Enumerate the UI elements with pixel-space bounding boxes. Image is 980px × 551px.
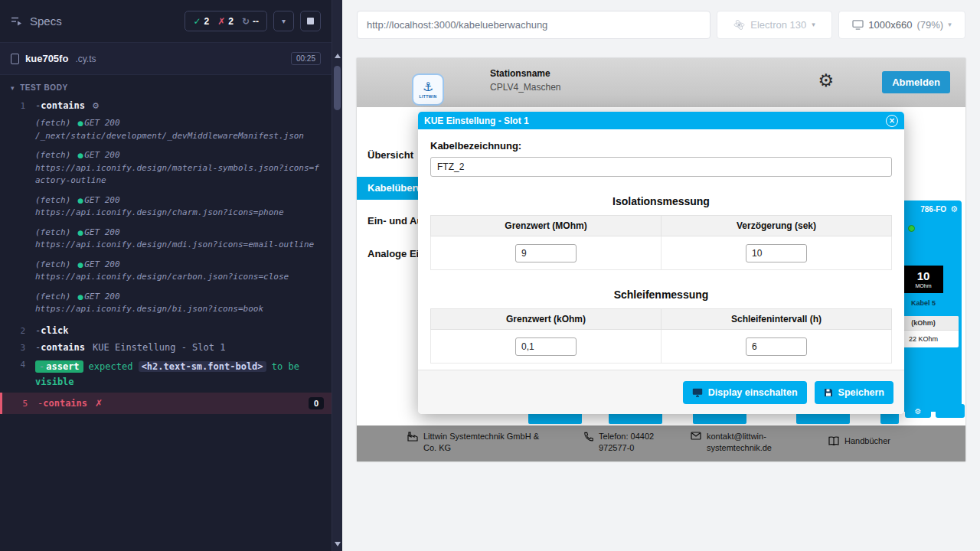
status-dot-icon: ●	[77, 293, 83, 301]
dialog-title: KUE Einstellung - Slot 1	[424, 116, 529, 126]
slot-card-gear-chip[interactable]: ⚙	[905, 404, 931, 418]
stat-failed: ✗2	[217, 16, 234, 27]
isolation-limit-input[interactable]	[515, 244, 577, 262]
cypress-runner-window: Specs ✓2 ✗2 ↻-- ▾ kue705fo .cy.ts 00:25 …	[0, 0, 980, 551]
email-text: kontakt@littwin-systemtechnik.de	[707, 431, 776, 455]
runner-controls: ✓2 ✗2 ↻-- ▾	[185, 11, 321, 31]
settings-gear-icon[interactable]: ⚙	[818, 70, 834, 90]
loop-interval-input[interactable]	[746, 337, 807, 356]
status-dot-icon: ●	[77, 229, 83, 236]
spec-timer: 00:25	[291, 52, 321, 65]
fetch-status: GET 200	[84, 150, 119, 160]
specs-button[interactable]: Specs	[11, 15, 62, 28]
fetch-log: (fetch)●GET 200 https://api.iconify.desi…	[35, 259, 321, 284]
fetch-prefix: (fetch)	[35, 195, 70, 205]
fetch-prefix: (fetch)	[35, 118, 70, 128]
url-input[interactable]	[367, 19, 701, 31]
station-name: CPLV4_Maschen	[490, 82, 561, 93]
scroll-down-arrow-icon[interactable]	[335, 542, 341, 546]
assert-expected: expected	[89, 361, 133, 372]
fetch-url: https://api.iconify.design/charm.json?ic…	[35, 207, 321, 220]
check-icon: ✓	[193, 16, 201, 27]
footer-company: Littwin Systemtechnik GmbH & Co. KG	[407, 431, 541, 455]
command-name: contains	[35, 342, 85, 353]
logo-text: LITTWIN	[419, 94, 436, 99]
fetch-log: (fetch)●GET 200 https://api.iconify.desi…	[35, 149, 321, 187]
browser-selector[interactable]: Electron 130 ▾	[717, 11, 832, 39]
save-button[interactable]: Speichern	[815, 381, 893, 404]
command-row-contains-1[interactable]: 1 contains⚙ (fetch)●GET 200 /_next/stati…	[0, 97, 332, 322]
retry-count-badge: 0	[309, 397, 324, 409]
logout-button[interactable]: Abmelden	[882, 71, 950, 93]
kue-settings-dialog: KUE Einstellung - Slot 1 × Kabelbezeichn…	[418, 112, 904, 414]
command-line-number: 3	[0, 342, 35, 353]
fetch-prefix: (fetch)	[35, 292, 70, 302]
cable-name-input[interactable]	[430, 157, 892, 177]
url-bar[interactable]	[357, 11, 710, 39]
display-unit: MOhm	[916, 283, 932, 289]
isolation-section-title: Isolationsmessung	[430, 195, 892, 207]
command-line-number: 5	[2, 398, 38, 409]
stop-button[interactable]	[300, 11, 321, 31]
fetch-url: https://api.iconify.design/mdi.json?icon…	[35, 239, 321, 252]
scroll-up-arrow-icon[interactable]	[335, 54, 341, 58]
footer-phone: Telefon: 04402 972577-0	[583, 431, 683, 455]
station-info: Stationsname CPLV4_Maschen	[490, 68, 561, 93]
fetch-status: GET 200	[84, 292, 119, 302]
factory-icon	[407, 432, 418, 442]
fetch-log: (fetch)●GET 200 https://api.iconify.desi…	[35, 227, 321, 252]
spec-file-row[interactable]: kue705fo .cy.ts 00:25	[0, 43, 332, 75]
stat-pending: ↻--	[242, 16, 259, 27]
footer-email[interactable]: kontakt@littwin-systemtechnik.de	[691, 431, 776, 455]
specs-list-icon	[11, 16, 23, 27]
command-row-assert[interactable]: 4 assertexpected <h2.text-sm.font-bold> …	[0, 356, 332, 393]
fetch-log: (fetch)●GET 200 https://api.iconify.desi…	[35, 291, 321, 316]
command-name: contains	[35, 100, 85, 111]
test-stats[interactable]: ✓2 ✗2 ↻--	[185, 11, 267, 31]
gear-icon[interactable]: ⚙	[950, 204, 958, 214]
loop-table: Grenzwert (kOhm) Schleifenintervall (h)	[430, 308, 892, 364]
dialog-header[interactable]: KUE Einstellung - Slot 1 ×	[418, 112, 904, 129]
scrollbar-thumb[interactable]	[334, 66, 341, 110]
email-icon	[691, 432, 701, 440]
loop-limit-input[interactable]	[515, 337, 577, 356]
failed-count: 2	[228, 16, 234, 27]
display-on-button[interactable]: Display einschalten	[683, 381, 807, 404]
isolation-delay-input[interactable]	[746, 244, 807, 262]
collapse-button[interactable]: ▾	[273, 11, 294, 31]
passed-count: 2	[204, 16, 210, 27]
command-row-contains-failed[interactable]: 5 contains✗ 0	[0, 393, 332, 414]
command-line-number: 4	[0, 359, 35, 390]
close-icon[interactable]: ×	[886, 115, 898, 127]
assert-selector: <h2.text-sm.font-bold>	[139, 361, 266, 372]
fetch-url: https://api.iconify.design/material-symb…	[35, 162, 321, 187]
fetch-url: https://api.iconify.design/carbon.json?i…	[35, 271, 321, 284]
loop-section-title: Schleifenmessung	[430, 289, 892, 301]
sidebar-scrollbar[interactable]	[332, 0, 342, 551]
browser-name: Electron 130	[750, 19, 806, 31]
app-footer: Littwin Systemtechnik GmbH & Co. KG Tele…	[357, 425, 965, 461]
status-dot-icon: ●	[77, 197, 83, 204]
isolation-col-delay: Verzögerung (sek)	[662, 216, 892, 236]
assert-mid: to be	[272, 361, 299, 372]
test-body-toggle[interactable]: ▾ TEST BODY	[0, 75, 332, 97]
command-name: contains	[38, 398, 87, 409]
runner-header: Specs ✓2 ✗2 ↻-- ▾	[0, 0, 332, 43]
viewport-selector[interactable]: 1000x660 (79%) ▾	[838, 11, 965, 39]
fetch-prefix: (fetch)	[35, 259, 70, 269]
command-row-contains-2[interactable]: 3 containsKUE Einstellung - Slot 1	[0, 339, 332, 356]
footer-manuals[interactable]: Handbücher	[828, 435, 890, 447]
display-on-label: Display einschalten	[708, 387, 798, 398]
isolation-table: Grenzwert (MOhm) Verzögerung (sek)	[430, 215, 892, 270]
pending-count: --	[253, 16, 259, 27]
phone-text: Telefon: 04402 972577-0	[599, 431, 683, 455]
fetch-url: https://api.iconify.design/bi.json?icons…	[35, 303, 321, 316]
command-row-click[interactable]: 2 click	[0, 322, 332, 339]
display-icon	[692, 388, 703, 397]
save-icon	[824, 388, 833, 397]
slot-card-chip[interactable]	[936, 404, 965, 418]
status-dot-icon: ●	[77, 261, 83, 269]
assert-state: visible	[35, 377, 74, 387]
isolation-delay-cell	[662, 236, 892, 270]
dialog-footer: Display einschalten Speichern	[418, 370, 904, 414]
